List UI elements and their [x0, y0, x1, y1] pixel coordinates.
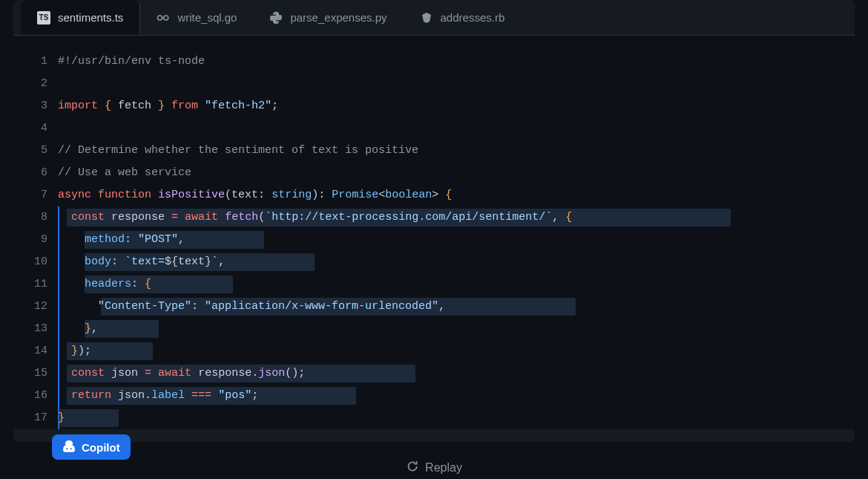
svg-point-0 — [158, 16, 162, 20]
svg-point-1 — [164, 16, 168, 20]
tab-parse-expenses-py[interactable]: parse_expenses.py — [253, 0, 403, 35]
tab-label: addresses.rb — [441, 11, 505, 24]
ruby-icon — [420, 11, 433, 25]
code-line: }); — [58, 340, 855, 362]
code-line: "Content-Type": "application/x-www-form-… — [58, 296, 855, 318]
code-line: import { fetch } from "fetch-h2"; — [58, 95, 855, 117]
code-line: headers: { — [58, 273, 855, 296]
copilot-icon — [62, 440, 76, 454]
editor-window: TS sentiments.ts write_sql.go parse_expe… — [13, 0, 855, 442]
tabs-bar: TS sentiments.ts write_sql.go parse_expe… — [13, 0, 855, 36]
tab-label: write_sql.go — [177, 11, 237, 24]
code-line — [58, 117, 855, 140]
code-content[interactable]: #!/usr/bin/env ts-node import { fetch } … — [58, 50, 855, 429]
code-line: // Determine whether the sentiment of te… — [58, 140, 855, 162]
code-editor[interactable]: 1234 5678 9101112 13141516 17 #!/usr/bin… — [13, 36, 855, 429]
code-line: method: "POST", — [58, 229, 855, 251]
code-line: #!/usr/bin/env ts-node — [58, 50, 855, 73]
code-line: const response = await fetch(`http://tex… — [58, 206, 855, 229]
code-line: body: `text=${text}`, — [58, 251, 855, 273]
code-line: return json.label === "pos"; — [58, 385, 855, 407]
code-line: const json = await response.json(); — [58, 362, 855, 385]
copilot-badge[interactable]: Copilot — [52, 434, 131, 460]
replay-icon — [406, 460, 419, 476]
line-number-gutter: 1234 5678 9101112 13141516 17 — [13, 50, 58, 429]
tab-write-sql-go[interactable]: write_sql.go — [140, 0, 253, 35]
copilot-label: Copilot — [82, 441, 120, 454]
tab-sentiments-ts[interactable]: TS sentiments.ts — [21, 0, 140, 35]
go-icon — [157, 11, 170, 25]
typescript-icon: TS — [37, 11, 50, 25]
code-line — [58, 73, 855, 95]
tab-label: parse_expenses.py — [290, 11, 387, 24]
tab-addresses-rb[interactable]: addresses.rb — [404, 0, 522, 35]
replay-label: Replay — [425, 461, 462, 475]
code-line: async function isPositive(text: string):… — [58, 184, 855, 206]
code-line: // Use a web service — [58, 162, 855, 184]
code-line: }, — [58, 318, 855, 340]
python-icon — [269, 11, 283, 25]
tab-label: sentiments.ts — [58, 11, 123, 24]
replay-button[interactable]: Replay — [406, 460, 462, 476]
code-line: } — [58, 407, 855, 429]
